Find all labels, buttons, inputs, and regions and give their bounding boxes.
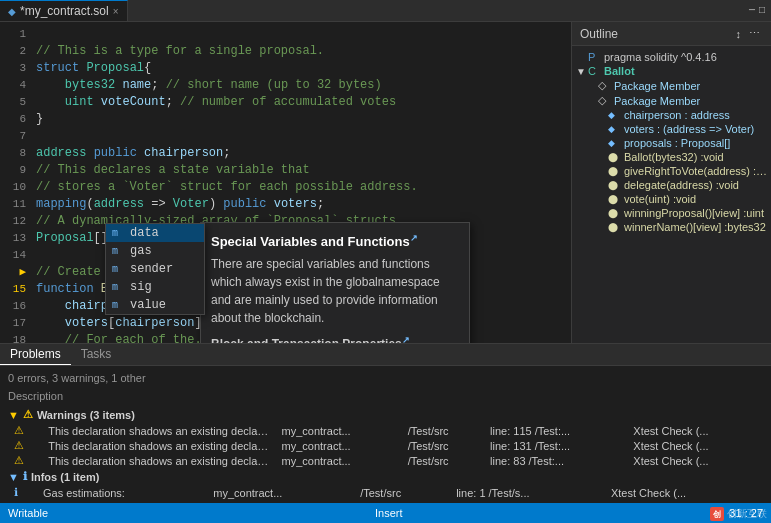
member-icon: m — [112, 264, 126, 275]
autocomplete-item-value[interactable]: m value — [106, 296, 204, 314]
editor-tab[interactable]: ◆ *my_contract.sol × — [0, 0, 128, 21]
outline-item-vote[interactable]: ⬤ vote(uint) :void — [572, 192, 771, 206]
line-num: 9 — [2, 162, 26, 179]
autocomplete-label: value — [130, 298, 166, 312]
info-row[interactable]: ℹ Gas estimations: my_contract... /Test/… — [8, 485, 763, 500]
outline-item-winningproposal[interactable]: ⬤ winningProposal()[view] :uint — [572, 206, 771, 220]
line-num: 16 — [2, 298, 26, 315]
fn-icon: ⬤ — [608, 208, 622, 218]
outline-label: Ballot — [604, 65, 635, 77]
outline-item-ballot[interactable]: ▼ C Ballot — [572, 64, 771, 78]
line-num: 10 — [2, 179, 26, 196]
warning-message: This declaration shadows an existing dec… — [42, 423, 275, 438]
field-icon: ◆ — [608, 124, 622, 134]
outline-title: Outline — [580, 27, 618, 41]
warnings-table: ⚠ This declaration shadows an existing d… — [8, 423, 763, 468]
main-area: 1 2 3 4 5 6 7 8 9 10 11 12 13 14 ▶ 15 16 — [0, 22, 771, 343]
outline-item-ballot-fn[interactable]: ⬤ Ballot(bytes32) :void — [572, 150, 771, 164]
autocomplete-item-gas[interactable]: m gas — [106, 242, 204, 260]
line-num: 2 — [2, 43, 26, 60]
line-num: 7 — [2, 128, 26, 145]
info-line: line: 1 /Test/s... — [450, 485, 605, 500]
tab-tasks[interactable]: Tasks — [71, 344, 122, 365]
warning-symbol: ⚠ — [23, 408, 33, 421]
warning-path: /Test/src — [402, 423, 484, 438]
warning-row[interactable]: ⚠ This declaration shadows an existing d… — [8, 453, 763, 468]
autocomplete-label: gas — [130, 244, 152, 258]
outline-item-proposals[interactable]: ◆ proposals : Proposal[] — [572, 136, 771, 150]
outline-item-voters[interactable]: ◆ voters : (address => Voter) — [572, 122, 771, 136]
outline-toolbar: ↕ ⋯ — [733, 26, 764, 41]
autocomplete-item-sig[interactable]: m sig — [106, 278, 204, 296]
warning-line: line: 83 /Test:... — [484, 453, 627, 468]
outline-item-delegate[interactable]: ⬤ delegate(address) :void — [572, 178, 771, 192]
field-icon: ◆ — [608, 110, 622, 120]
autocomplete-label: data — [130, 226, 159, 240]
outline-label: proposals : Proposal[] — [624, 137, 730, 149]
outline-more-button[interactable]: ⋯ — [746, 26, 763, 41]
info-icon: ℹ — [14, 486, 18, 498]
outline-label: vote(uint) :void — [624, 193, 696, 205]
tab-problems[interactable]: Problems — [0, 344, 71, 365]
warning-row[interactable]: ⚠ This declaration shadows an existing d… — [8, 423, 763, 438]
fn-icon: ⬤ — [608, 180, 622, 190]
tab-close-icon[interactable]: × — [113, 6, 119, 17]
editor-panel: 1 2 3 4 5 6 7 8 9 10 11 12 13 14 ▶ 15 16 — [0, 22, 571, 343]
fn-icon: ⬤ — [608, 166, 622, 176]
class-icon: C — [588, 65, 602, 77]
outline-content[interactable]: P pragma solidity ^0.4.16 ▼ C Ballot ◇ P… — [572, 46, 771, 343]
app-container: ◆ *my_contract.sol × ─ □ 1 2 3 4 5 6 — [0, 0, 771, 523]
docs-link-icon[interactable]: ↗ — [410, 233, 418, 243]
warning-icon: ⚠ — [14, 439, 24, 451]
warning-row[interactable]: ⚠ This declaration shadows an existing d… — [8, 438, 763, 453]
outline-item-pkg1[interactable]: ◇ Package Member — [572, 78, 771, 93]
outline-item-pkg2[interactable]: ◇ Package Member — [572, 93, 771, 108]
warning-check: Xtest Check (... — [627, 453, 763, 468]
autocomplete-item-data[interactable]: m data — [106, 224, 204, 242]
outline-item-pragma[interactable]: P pragma solidity ^0.4.16 — [572, 50, 771, 64]
docs-tooltip: Special Variables and Functions↗ There a… — [200, 222, 470, 343]
docs-subtitle-link-icon[interactable]: ↗ — [402, 335, 410, 343]
info-file: my_contract... — [207, 485, 354, 500]
infos-label: Infos (1 item) — [31, 471, 99, 483]
warning-expand-icon: ▼ — [8, 409, 19, 421]
outline-item-chairperson[interactable]: ◆ chairperson : address — [572, 108, 771, 122]
outline-item-winnername[interactable]: ⬤ winnerName()[view] :bytes32 — [572, 220, 771, 234]
description-label: Description — [8, 388, 763, 406]
info-symbol: ℹ — [23, 470, 27, 483]
line-num: 8 — [2, 145, 26, 162]
watermark: 创 创新互联 — [710, 507, 767, 521]
line-num: 13 — [2, 230, 26, 247]
fn-icon: ⬤ — [608, 222, 622, 232]
tab-icon: ◆ — [8, 6, 16, 17]
line-num: 18 — [2, 332, 26, 343]
errors-summary: 0 errors, 3 warnings, 1 other — [8, 370, 763, 388]
outline-item-giverightovote[interactable]: ⬤ giveRightToVote(address) :void — [572, 164, 771, 178]
tab-bar: ◆ *my_contract.sol × ─ □ — [0, 0, 771, 22]
outline-sort-button[interactable]: ↕ — [733, 26, 745, 41]
warnings-section-header[interactable]: ▼ ⚠ Warnings (3 items) — [8, 406, 763, 423]
warning-message: This declaration shadows an existing dec… — [42, 438, 275, 453]
outline-label: giveRightToVote(address) :void — [624, 165, 771, 177]
warning-check: Xtest Check (... — [627, 438, 763, 453]
warning-file: my_contract... — [276, 423, 402, 438]
warning-path: /Test/src — [402, 438, 484, 453]
outline-label: Ballot(bytes32) :void — [624, 151, 724, 163]
warning-icon: ⚠ — [14, 424, 24, 436]
line-num: 5 — [2, 94, 26, 111]
warning-line: line: 115 /Test:... — [484, 423, 627, 438]
autocomplete-dropdown[interactable]: m data m gas m sender m sig — [105, 223, 205, 315]
member-icon: m — [112, 228, 126, 239]
line-num: ▶ 15 — [2, 264, 26, 298]
chevron-down-icon: ▼ — [576, 66, 588, 77]
outline-label: pragma solidity ^0.4.16 — [604, 51, 717, 63]
outline-label: chairperson : address — [624, 109, 730, 121]
maximize-icon[interactable]: □ — [759, 5, 765, 16]
autocomplete-item-sender[interactable]: m sender — [106, 260, 204, 278]
bottom-content: 0 errors, 3 warnings, 1 other Descriptio… — [0, 366, 771, 503]
editor-content[interactable]: 1 2 3 4 5 6 7 8 9 10 11 12 13 14 ▶ 15 16 — [0, 22, 571, 343]
warnings-label: Warnings (3 items) — [37, 409, 135, 421]
infos-section-header[interactable]: ▼ ℹ Infos (1 item) — [8, 468, 763, 485]
docs-title: Special Variables and Functions↗ — [211, 233, 459, 249]
minimize-icon[interactable]: ─ — [749, 5, 755, 16]
